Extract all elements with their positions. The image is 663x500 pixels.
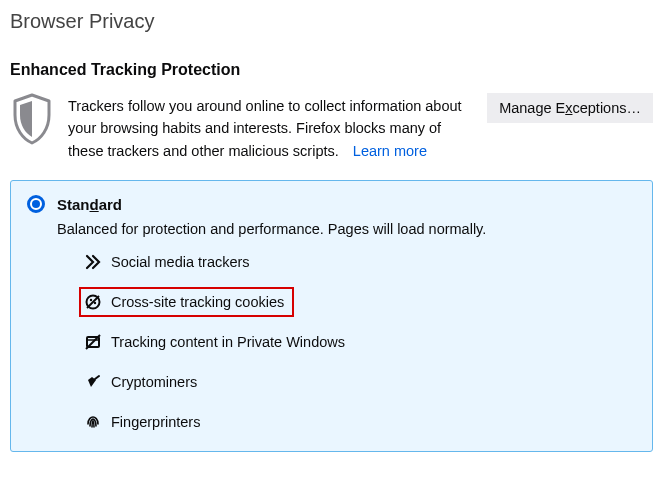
intro-row: Trackers follow you around online to col… [10,93,653,162]
tracker-label: Cryptominers [111,374,197,390]
standard-option-card[interactable]: Standard Balanced for protection and per… [10,180,653,452]
tracker-cryptominers: Cryptominers [83,371,203,393]
radio-dot-icon [32,200,40,208]
tracker-label: Tracking content in Private Windows [111,334,345,350]
svg-point-1 [90,299,92,301]
option-title: Standard [57,196,122,213]
tracker-list: Social media trackers Cross-site trackin… [83,251,636,433]
option-header: Standard [27,195,636,213]
tracker-fingerprinters: Fingerprinters [83,411,206,433]
private-icon [85,334,101,350]
shield-icon [10,93,54,145]
cryptominer-icon [85,374,101,390]
manage-exceptions-button[interactable]: Manage Exceptions… [487,93,653,123]
tracker-social-media: Social media trackers [83,251,256,273]
tracker-cross-site-cookies: Cross-site tracking cookies [83,291,290,313]
intro-text: Trackers follow you around online to col… [68,93,473,162]
fingerprint-icon [85,414,101,430]
standard-radio[interactable] [27,195,45,213]
social-icon [85,254,101,270]
tracker-label: Fingerprinters [111,414,200,430]
tracker-label: Social media trackers [111,254,250,270]
learn-more-link[interactable]: Learn more [353,143,427,159]
tracker-label: Cross-site tracking cookies [111,294,284,310]
option-description: Balanced for protection and performance.… [57,221,636,237]
tracker-private-windows: Tracking content in Private Windows [83,331,351,353]
section-title: Enhanced Tracking Protection [10,61,653,79]
svg-line-7 [95,376,99,379]
cookie-icon [85,294,101,310]
page-title: Browser Privacy [10,10,653,33]
